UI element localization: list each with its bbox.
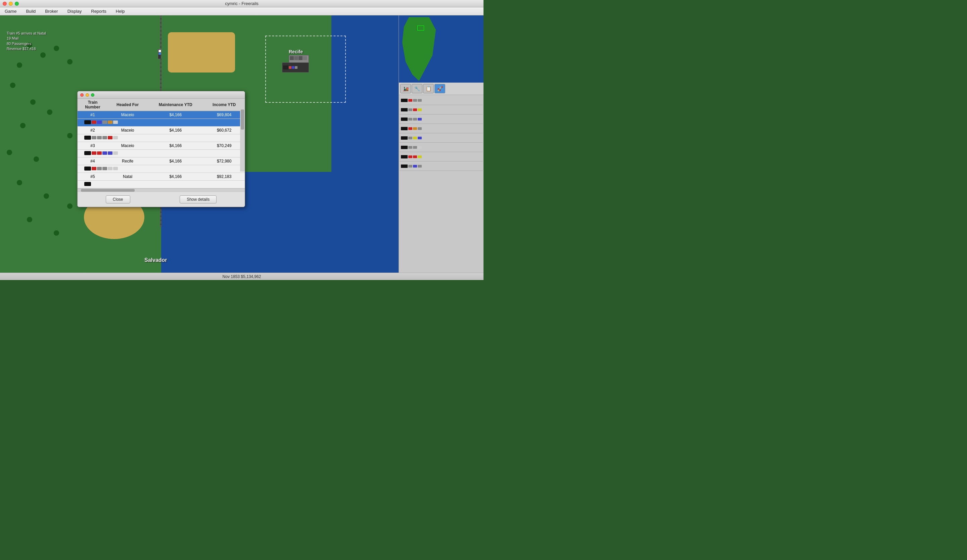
- train-visual-cell: [78, 165, 245, 173]
- menu-reports[interactable]: Reports: [89, 8, 109, 15]
- tree-4: [54, 46, 59, 51]
- train-car: [92, 120, 96, 124]
- train-on-track: [158, 49, 161, 59]
- close-button[interactable]: Close: [106, 195, 130, 203]
- right-panel: 🚂 🔧 📋 🚀: [399, 15, 484, 273]
- panel-train-2[interactable]: [399, 105, 483, 114]
- info-line2: 19 Mail: [7, 36, 46, 41]
- menu-help[interactable]: Help: [114, 8, 127, 15]
- train-number-cell: #5: [78, 173, 108, 181]
- train-income-cell: $92,183: [203, 173, 245, 181]
- window-controls[interactable]: [3, 2, 19, 6]
- tree-9: [20, 123, 25, 128]
- train-table-wrapper[interactable]: Train Number Headed For Maintenance YTD …: [78, 99, 245, 188]
- train-car: [108, 167, 112, 170]
- tree-11: [7, 150, 12, 155]
- toolbar-icon-2[interactable]: 🔧: [412, 84, 422, 93]
- train-car: [102, 136, 107, 139]
- col-maintenance: Maintenance YTD: [147, 99, 203, 111]
- close-button[interactable]: [3, 2, 7, 6]
- toolbar-icon-3[interactable]: 📋: [423, 84, 434, 93]
- horizontal-scrollbar-thumb[interactable]: [81, 189, 135, 192]
- sand-1: [168, 32, 235, 72]
- train-list-panel[interactable]: [399, 95, 484, 273]
- locomotive: [84, 182, 91, 186]
- panel-train-8[interactable]: [399, 161, 483, 171]
- city-salvador: Salvador: [144, 257, 167, 263]
- train-number-cell: #1: [78, 111, 108, 119]
- locomotive: [84, 136, 91, 140]
- panel-train-6[interactable]: [399, 143, 483, 152]
- toolbar-icon-1[interactable]: 🚂: [400, 84, 411, 93]
- panel-train-3[interactable]: [399, 114, 483, 124]
- train-car: [92, 167, 96, 170]
- show-details-button[interactable]: Show details: [180, 195, 216, 203]
- train-visual: [84, 166, 242, 171]
- tree-7: [30, 99, 36, 105]
- toolbar-icon-4[interactable]: 🚀: [434, 84, 445, 93]
- horizontal-scrollbar[interactable]: [78, 188, 245, 192]
- locomotive: [84, 120, 91, 124]
- train-maint-cell: $4,166: [147, 142, 203, 150]
- train-maint-cell: $4,166: [147, 158, 203, 165]
- train-visual-row[interactable]: [78, 134, 245, 142]
- train-maint-cell: $4,166: [147, 127, 203, 134]
- train-income-cell: $72,980: [203, 158, 245, 165]
- train-maint-cell: $4,166: [147, 111, 203, 119]
- info-box: Train #5 arrives at Natal 19 Mail 80 Pas…: [7, 31, 46, 52]
- selection-box: [265, 36, 346, 103]
- tree-17: [44, 193, 49, 199]
- train-dialog[interactable]: Train Number Headed For Maintenance YTD …: [77, 91, 245, 207]
- train-visual-row[interactable]: [78, 119, 245, 127]
- train-car: [102, 167, 107, 170]
- train-maint-cell: $4,166: [147, 173, 203, 181]
- table-row[interactable]: #2 Maceio $4,166 $60,672: [78, 127, 245, 134]
- train-dest-cell: Maceio: [108, 111, 147, 119]
- info-line3: 80 Passengers: [7, 41, 46, 46]
- menu-build[interactable]: Build: [24, 8, 38, 15]
- dialog-close-button[interactable]: [80, 93, 84, 97]
- table-row[interactable]: #5 Natal $4,166 $92,183: [78, 173, 245, 181]
- menu-display[interactable]: Display: [66, 8, 84, 15]
- train-visual-row[interactable]: [78, 165, 245, 173]
- menu-broker[interactable]: Broker: [43, 8, 60, 15]
- toolbar-icons: 🚂 🔧 📋 🚀: [399, 82, 484, 95]
- panel-train-1[interactable]: [399, 96, 483, 105]
- menu-game[interactable]: Game: [3, 8, 18, 15]
- locomotive: [84, 166, 91, 171]
- train-car: [113, 136, 118, 139]
- tree-20: [54, 230, 59, 236]
- minimize-button[interactable]: [9, 2, 13, 6]
- window-title: cymric - Freerails: [225, 1, 259, 6]
- minimap-viewport: [417, 26, 424, 31]
- scrollbar-thumb[interactable]: [241, 109, 244, 130]
- train-visual-row[interactable]: [78, 150, 245, 158]
- panel-train-7[interactable]: [399, 152, 483, 161]
- train-visual-cell: [78, 134, 245, 142]
- maximize-button[interactable]: [15, 2, 19, 6]
- tree-16: [17, 180, 22, 185]
- train-car: [108, 136, 112, 139]
- titlebar: cymric - Freerails: [0, 0, 484, 7]
- panel-train-5[interactable]: [399, 133, 483, 143]
- train-visual-row[interactable]: [78, 181, 245, 188]
- table-row[interactable]: #1 Maceio $4,166 $69,804: [78, 111, 245, 119]
- table-row[interactable]: #4 Recife $4,166 $72,980: [78, 158, 245, 165]
- train-number-cell: #3: [78, 142, 108, 150]
- panel-train-4[interactable]: [399, 124, 483, 133]
- dialog-max-button[interactable]: [91, 93, 94, 97]
- col-income: Income YTD: [203, 99, 245, 111]
- tree-19: [27, 217, 32, 222]
- train-income-cell: $70,249: [203, 142, 245, 150]
- tree-12: [34, 156, 39, 162]
- train-visual: [84, 150, 242, 156]
- dialog-footer: Close Show details: [78, 192, 245, 207]
- table-row[interactable]: #3 Maceio $4,166 $70,249: [78, 142, 245, 150]
- dialog-min-button[interactable]: [86, 93, 89, 97]
- train-dest-cell: Natal: [108, 173, 147, 181]
- tree-18: [67, 203, 73, 209]
- train-car: [102, 120, 107, 124]
- train-visual-cell: [78, 150, 245, 158]
- train-number-cell: #4: [78, 158, 108, 165]
- dialog-scrollbar[interactable]: [240, 106, 245, 171]
